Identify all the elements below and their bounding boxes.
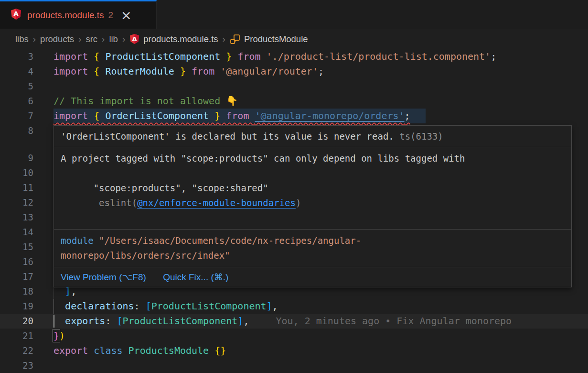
view-problem-button[interactable]: View Problem (⌥F8) xyxy=(61,272,146,282)
line-number[interactable]: 3 xyxy=(0,49,33,64)
line-content: exports: [ProductListComponent],You, 2 m… xyxy=(53,314,588,329)
code-line-22[interactable]: 22export class ProductsModule {} xyxy=(0,343,588,358)
code-token: {} xyxy=(214,345,226,356)
code-token: } xyxy=(53,330,59,341)
chevron-right-icon: › xyxy=(33,34,36,44)
code-token: ; xyxy=(318,66,324,77)
line-number[interactable]: 18 xyxy=(0,284,33,299)
code-token: ] xyxy=(267,300,272,312)
code-token: declarations xyxy=(65,300,134,312)
code-line-19[interactable]: 19 declarations: [ProductListComponent], xyxy=(0,299,588,314)
breadcrumb: libs › products › src › lib › A products… xyxy=(0,29,588,49)
line-number[interactable]: 6 xyxy=(0,94,33,109)
code-token: OrderListComponent xyxy=(105,110,209,121)
hover-ts-diagnostic: 'OrderListComponent' is declared but its… xyxy=(54,126,571,147)
line-content: // This import is not allowed 👇 xyxy=(53,94,588,109)
line-number[interactable]: 4 xyxy=(0,64,33,79)
code-token: ProductsModule xyxy=(128,345,215,356)
text-cursor xyxy=(53,315,54,328)
line-number[interactable]: 16 xyxy=(0,254,33,269)
hover-eslint-diagnostic: A project tagged with "scope:products" c… xyxy=(54,147,571,229)
code-token: } xyxy=(174,66,186,77)
code-token: from xyxy=(186,66,220,77)
code-line-3[interactable]: 3import { ProductListComponent } from '.… xyxy=(0,49,588,64)
code-token: { xyxy=(94,110,105,121)
code-token: ProductListComponent xyxy=(105,51,220,62)
line-content xyxy=(53,79,588,94)
git-blame-annotation: You, 2 minutes ago • Fix Angular monorep… xyxy=(276,315,512,327)
code-token xyxy=(53,300,65,312)
code-line-6[interactable]: 6// This import is not allowed 👇 xyxy=(0,94,588,109)
code-token: , xyxy=(243,315,249,327)
line-number[interactable]: 12 xyxy=(0,195,33,210)
line-number[interactable]: 19 xyxy=(0,299,33,314)
line-number[interactable]: 17 xyxy=(0,269,33,284)
code-line-5[interactable]: 5 xyxy=(0,79,588,94)
code-token: '@angular/router' xyxy=(220,66,318,77)
line-number[interactable]: 20 xyxy=(0,314,33,329)
eslint-rule-link[interactable]: @nx/enforce-module-boundaries xyxy=(137,197,296,208)
code-token: from xyxy=(232,51,266,62)
angular-file-icon: A xyxy=(11,8,21,22)
line-number[interactable]: 9 xyxy=(0,151,33,165)
line-number[interactable]: 10 xyxy=(0,165,33,180)
code-token: } xyxy=(220,51,232,62)
angular-file-icon: A xyxy=(129,33,139,44)
line-content: import { ProductListComponent } from './… xyxy=(53,49,588,64)
line-content: declarations: [ProductListComponent], xyxy=(53,299,588,314)
line-number[interactable]: 21 xyxy=(0,329,33,343)
line-number[interactable]: 14 xyxy=(0,225,33,240)
code-token: export xyxy=(53,345,94,356)
code-token: ProductListComponent xyxy=(123,315,238,327)
line-content xyxy=(53,358,588,373)
tab-problems-badge: 2 xyxy=(108,10,114,21)
ts-error-code-text: ts(6133) xyxy=(399,131,443,142)
code-token: '@angular-monorepo/orders' xyxy=(255,110,404,121)
line-number[interactable]: 5 xyxy=(0,79,33,94)
svg-text:A: A xyxy=(132,35,138,43)
code-token: './product-list/product-list.component' xyxy=(267,51,491,62)
tab-bar: A products.module.ts 2 × xyxy=(0,0,588,29)
breadcrumb-item-libs[interactable]: libs xyxy=(15,34,29,44)
line-number[interactable]: 7 xyxy=(0,109,33,123)
quick-fix-button[interactable]: Quick Fix... (⌘.) xyxy=(163,272,228,282)
code-line-20[interactable]: 20 exports: [ProductListComponent],You, … xyxy=(0,314,588,329)
code-token: , xyxy=(272,300,278,312)
line-number[interactable]: 23 xyxy=(0,358,33,373)
code-token: ProductListComponent xyxy=(151,300,267,312)
chevron-right-icon: › xyxy=(102,34,105,44)
indent-guide xyxy=(53,299,54,314)
code-token: import xyxy=(53,110,94,121)
line-number[interactable]: 22 xyxy=(0,343,33,358)
code-token: [ xyxy=(146,300,151,312)
line-content: export class ProductsModule {} xyxy=(53,343,588,358)
module-path-line2: monorepo/libs/orders/src/index" xyxy=(61,250,230,261)
hover-module-info: module "/Users/isaac/Documents/code/nx-r… xyxy=(54,229,571,267)
breadcrumb-item-products[interactable]: products xyxy=(40,34,74,44)
code-line-7[interactable]: 7import { OrderListComponent } from '@an… xyxy=(0,109,588,123)
code-token: ] xyxy=(237,315,243,327)
breadcrumb-item-src[interactable]: src xyxy=(86,34,97,44)
code-token: { xyxy=(94,51,105,62)
tab-products-module[interactable]: A products.module.ts 2 × xyxy=(0,0,157,29)
eslint-message-line2: "scope:products", "scope:shared" xyxy=(94,183,268,193)
ts-error-message: 'OrderListComponent' is declared but its… xyxy=(61,131,394,142)
code-line-23[interactable]: 23 xyxy=(0,358,588,373)
line-number[interactable]: 11 xyxy=(0,180,33,195)
code-token: ; xyxy=(405,110,410,121)
code-line-21[interactable]: 21}) xyxy=(0,329,588,343)
close-icon[interactable]: × xyxy=(121,9,132,22)
breadcrumb-item-lib[interactable]: lib xyxy=(109,34,118,44)
tab-title: products.module.ts xyxy=(27,10,104,21)
line-number[interactable]: 8 xyxy=(0,123,33,138)
breadcrumb-item-file[interactable]: products.module.ts xyxy=(143,34,218,44)
code-token: from xyxy=(220,110,255,121)
line-number[interactable]: 13 xyxy=(0,210,33,225)
breadcrumb-item-symbol[interactable]: ProductsModule xyxy=(244,34,308,44)
chevron-right-icon: › xyxy=(223,34,225,44)
code-token: class xyxy=(94,345,128,356)
code-token xyxy=(53,315,65,327)
code-line-4[interactable]: 4import { RouterModule } from '@angular/… xyxy=(0,64,588,79)
eslint-source-close: ) xyxy=(296,197,301,208)
line-number[interactable]: 15 xyxy=(0,240,33,254)
